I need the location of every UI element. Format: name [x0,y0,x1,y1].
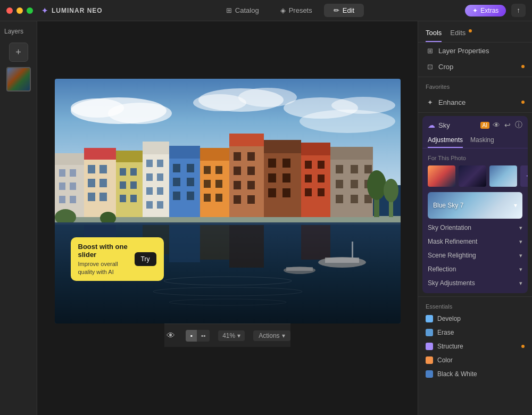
enhance-badge [521,101,525,104]
sky-preset-1[interactable] [428,165,455,187]
svg-rect-110 [200,225,229,260]
crop-item[interactable]: ⊡ Crop [418,59,532,74]
svg-rect-119 [55,222,401,225]
scene-relighting-chevron-icon: ▾ [519,252,522,259]
reflection-chevron-icon: ▾ [519,266,522,273]
sky-visibility-icon[interactable]: 👁 [493,121,500,129]
svg-rect-92 [336,180,343,188]
svg-rect-82 [318,161,325,169]
divider-3 [418,296,532,297]
divider-2 [418,112,532,113]
svg-rect-68 [247,181,255,189]
scene-relighting-item[interactable]: Scene Relighting ▾ [422,248,528,262]
erase-item[interactable]: Erase [418,326,532,339]
boost-tooltip: Boost with one slider Improve overall qu… [71,237,164,281]
right-panel: Tools Edits ⊞ Layer Properties ⊡ Crop Fa… [418,21,532,415]
svg-rect-39 [146,173,153,181]
structure-icon [426,343,433,350]
try-button[interactable]: Try [135,252,156,266]
svg-point-5 [193,94,246,111]
app-logo: ✦ LUMINAR NEO [41,6,103,15]
svg-rect-91 [364,165,372,173]
sky-orientation-item[interactable]: Sky Orientation ▾ [422,221,528,235]
app-name: LUMINAR NEO [52,7,103,14]
add-layer-button[interactable]: + [9,43,28,62]
edit-tab[interactable]: ✏ Edit [324,4,364,17]
panel-tabs: Tools Edits [418,21,532,43]
layer-thumb-image [7,68,30,90]
actions-button[interactable]: Actions ▾ [253,330,290,341]
split-view-btn[interactable]: ▪▪ [197,330,210,342]
masking-tab[interactable]: Masking [470,134,494,148]
svg-rect-17 [59,196,65,203]
sky-orientation-chevron-icon: ▾ [519,225,522,231]
structure-item[interactable]: Structure [418,339,532,353]
svg-rect-22 [99,165,107,173]
svg-rect-65 [234,167,241,175]
black-white-item[interactable]: Black & White [418,367,532,381]
extras-button[interactable]: ✦ Extras [465,5,506,16]
svg-rect-80 [301,143,330,155]
develop-item[interactable]: Develop [418,312,532,326]
catalog-icon: ⊞ [226,6,232,14]
catalog-tab[interactable]: ⊞ Catalog [217,4,269,17]
zoom-control[interactable]: 41% ▾ [218,330,245,341]
svg-rect-40 [157,173,163,181]
svg-point-99 [367,170,386,200]
svg-rect-73 [268,159,276,168]
single-view-btn[interactable]: ▪ [186,330,196,342]
minimize-window-btn[interactable] [16,7,23,14]
svg-rect-86 [318,188,325,196]
svg-rect-63 [234,152,241,161]
sky-adjustments-item[interactable]: Sky Adjustments ▾ [422,276,528,290]
sky-section: ☁ Sky AI 👁 ↩ ⓘ Adjustments Masking For T… [422,116,528,293]
main-area: Layers + [0,21,532,415]
titlebar: ✦ LUMINAR NEO ⊞ Catalog ◈ Presets ✏ Edit… [0,0,532,21]
enhance-item[interactable]: ✦ Enhance [418,94,532,110]
color-item[interactable]: Color [418,353,532,367]
sky-info-icon[interactable]: ⓘ [515,120,522,130]
svg-rect-88 [330,147,373,160]
svg-point-9 [300,110,395,133]
svg-rect-36 [143,142,169,154]
svg-rect-74 [282,159,290,168]
svg-rect-113 [352,242,353,258]
svg-rect-20 [84,148,116,160]
svg-rect-29 [120,168,126,176]
erase-icon [426,329,433,336]
tools-tab[interactable]: Tools [426,27,442,42]
favorites-header: Favorites [418,79,532,94]
selected-sky-preset[interactable]: Blue Sky 7 ▾ [428,192,522,219]
adjustments-tab[interactable]: Adjustments [428,134,463,148]
sky-preset-3[interactable] [489,165,517,187]
layer-thumbnail[interactable] [6,67,31,92]
svg-rect-75 [268,173,276,182]
edits-tab[interactable]: Edits [450,27,472,42]
sky-preset-2[interactable] [459,165,486,187]
svg-rect-25 [88,193,95,201]
reflection-item[interactable]: Reflection ▾ [422,262,528,276]
essentials-header: Essentials [418,299,532,312]
photo-svg [55,79,401,323]
svg-rect-42 [157,187,163,195]
svg-rect-72 [264,140,301,153]
share-button[interactable]: ↑ [511,4,526,17]
svg-rect-37 [146,160,153,167]
sky-undo-icon[interactable]: ↩ [504,121,511,129]
close-window-btn[interactable] [6,7,13,14]
svg-rect-89 [336,165,343,173]
nav-tabs: ⊞ Catalog ◈ Presets ✏ Edit [115,4,466,17]
add-sky-preset-button[interactable]: + [520,165,528,187]
svg-rect-93 [351,180,358,188]
svg-rect-28 [116,151,143,162]
svg-rect-58 [215,180,222,188]
layer-properties-item[interactable]: ⊞ Layer Properties [418,43,532,59]
mask-refinement-item[interactable]: Mask Refinement ▾ [422,235,528,248]
eye-icon[interactable]: 👁 [164,329,177,343]
maximize-window-btn[interactable] [27,7,33,14]
svg-rect-43 [146,201,153,209]
for-this-photo-label: For This Photo [422,153,528,163]
sky-section-header[interactable]: ☁ Sky AI 👁 ↩ ⓘ [422,116,528,134]
presets-tab[interactable]: ◈ Presets [271,4,322,17]
svg-rect-14 [70,169,76,177]
